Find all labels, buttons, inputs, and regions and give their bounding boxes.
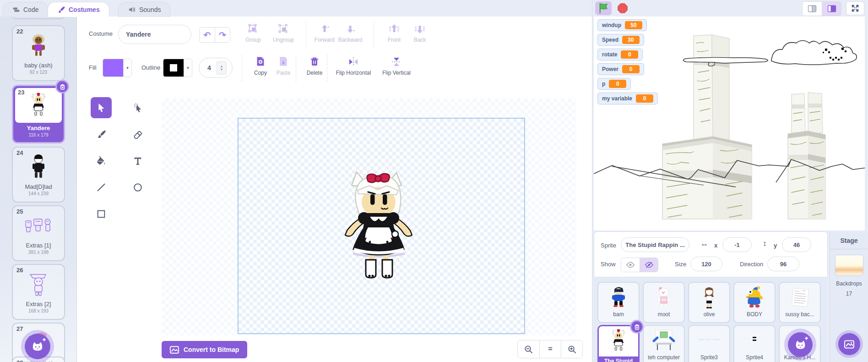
sprite-name: moot (644, 311, 684, 318)
paint-canvas[interactable] (162, 99, 576, 335)
sprite-size-input[interactable] (690, 257, 722, 271)
sprite-card-sprite4[interactable]: Sprite4 (733, 325, 776, 362)
undo-button[interactable]: ↶ (200, 27, 215, 42)
sprite-card-sussy[interactable]: sussy bac... (779, 282, 821, 323)
delete-sprite-badge[interactable] (630, 320, 644, 334)
text-icon (133, 156, 143, 166)
paintbrush-icon (57, 5, 65, 14)
eraser-tool[interactable] (127, 124, 148, 145)
costume-name: Mad[D]lad (13, 183, 64, 190)
sprite-card-olive[interactable]: olive (688, 282, 730, 323)
costume-name-input[interactable] (118, 25, 191, 44)
fill-tool[interactable] (91, 150, 112, 171)
zoom-controls: = (517, 340, 583, 358)
tab-bar: Code Costumes Sounds (0, 0, 592, 16)
group-button[interactable]: Group (238, 23, 268, 43)
sprite-card-moot[interactable]: moot (643, 282, 685, 323)
zoom-reset-button[interactable]: = (539, 340, 561, 358)
reshape-icon (133, 103, 143, 113)
brush-tool[interactable] (91, 124, 112, 145)
fill-color-picker[interactable]: ▾ (103, 59, 132, 77)
back-button[interactable]: Back (405, 23, 435, 43)
stage-selector-panel[interactable]: Stage Backdrops 17 (830, 231, 868, 362)
sprite-name-input[interactable] (621, 237, 689, 252)
variable-monitor[interactable]: Power 0 (597, 63, 644, 75)
stroke-width-input[interactable] (205, 64, 214, 71)
stage-controls-bar (592, 0, 868, 16)
stop-button[interactable] (614, 1, 631, 15)
paste-button[interactable]: Paste (268, 56, 298, 76)
add-costume-button[interactable]: ✦ (25, 334, 50, 359)
flip-vertical-button[interactable]: Flip Vertical (377, 56, 416, 76)
sprite-card-bam[interactable]: bam (597, 282, 640, 323)
ungroup-button[interactable]: Ungroup (268, 23, 298, 43)
variable-monitor[interactable]: windup 50 (597, 19, 647, 31)
circle-tool[interactable] (127, 177, 148, 198)
stage-pane-title: Stage (830, 237, 868, 244)
divider (327, 55, 327, 82)
flip-horizontal-button[interactable]: Flip Horizontal (331, 56, 375, 76)
variable-monitor[interactable]: rotate 0 (597, 49, 643, 60)
tab-costumes[interactable]: Costumes (48, 2, 109, 17)
large-stage-layout-button[interactable] (822, 2, 841, 16)
ungroup-icon (277, 23, 289, 35)
sprite-direction-input[interactable] (767, 257, 799, 271)
fullscreen-button[interactable] (846, 1, 864, 15)
convert-to-bitmap-button[interactable]: Convert to Bitmap (162, 341, 247, 358)
sprite-card-sprite3[interactable]: Sprite3 (688, 325, 730, 362)
sprite-thumbnail (598, 283, 639, 311)
zoom-out-button[interactable] (518, 340, 539, 358)
costume-card-22[interactable]: 22 baby (ash) 92 x 123 (12, 25, 65, 81)
redo-button[interactable]: ↷ (215, 27, 230, 42)
small-stage-layout-button[interactable] (803, 2, 822, 16)
zoom-out-icon (524, 345, 533, 354)
sprite-card-teh-computer[interactable]: teh computer (643, 325, 685, 362)
costume-card-26[interactable]: 26 Extras [2] 168 x 193 (12, 264, 65, 320)
sprite-name: Sprite4 (734, 354, 775, 361)
costume-number: 27 (16, 325, 23, 332)
sprite-card-body[interactable]: BODY (733, 282, 776, 323)
add-sprite-button[interactable]: ✦ (788, 332, 813, 357)
reshape-tool[interactable] (127, 97, 148, 118)
sprite-thumbnail (644, 283, 684, 311)
zoom-in-button[interactable] (561, 340, 582, 358)
tab-sounds[interactable]: Sounds (118, 2, 170, 17)
sprite-selector-panel: bam moot olive BODY sussy bac... (594, 278, 828, 362)
stage[interactable]: windup 50 Speed 30 rotate 0 Power 0 p 0 … (594, 16, 865, 230)
select-tool[interactable] (91, 97, 112, 118)
show-sprite-button[interactable] (621, 258, 640, 272)
stage-size-toggle (802, 1, 841, 16)
backward-button[interactable]: Backward (335, 23, 365, 43)
outline-color-picker[interactable]: ▾ (163, 59, 192, 77)
sprite-y-input[interactable] (782, 237, 811, 252)
variable-monitor[interactable]: Speed 30 (597, 34, 644, 46)
sprite-thumbnail (780, 283, 820, 311)
hide-sprite-button[interactable] (640, 258, 658, 272)
outline-color-swatch (163, 59, 184, 77)
line-tool[interactable] (91, 177, 112, 198)
green-flag-button[interactable] (595, 1, 612, 15)
variable-monitor[interactable]: my variable 0 (597, 93, 658, 104)
backdrop-count: 17 (830, 291, 868, 297)
stroke-width-stepper[interactable]: ▲ ▼ (217, 61, 227, 75)
delete-button[interactable]: Delete (299, 56, 330, 76)
speaker-icon (128, 5, 136, 14)
add-backdrop-button[interactable] (838, 333, 860, 355)
sprite-thumbnail (734, 326, 775, 354)
delete-costume-badge[interactable] (55, 80, 69, 93)
costume-bounds (238, 118, 525, 334)
rectangle-tool[interactable] (91, 203, 112, 225)
backdrop-thumbnail[interactable] (835, 255, 863, 276)
green-flag-icon (598, 3, 608, 14)
variable-monitor[interactable]: p 0 (597, 78, 631, 90)
tab-code[interactable]: Code (3, 2, 48, 17)
sprite-x-input[interactable] (722, 237, 752, 252)
costume-card-24[interactable]: 24 Mad[D]lad 144 x 239 (12, 147, 65, 203)
text-tool[interactable] (127, 150, 148, 171)
paste-label: Paste (277, 70, 291, 76)
arrow-up-icon (319, 23, 331, 35)
sprite-card-the-stupid-selected[interactable]: The Stupid (597, 325, 640, 362)
costume-card-23-selected[interactable]: 23 Yandere 116 x 179 (12, 85, 65, 143)
costume-card-25[interactable]: 25 Extras [1] 391 x 198 (12, 205, 65, 261)
maid-character-drawing[interactable] (337, 165, 424, 285)
